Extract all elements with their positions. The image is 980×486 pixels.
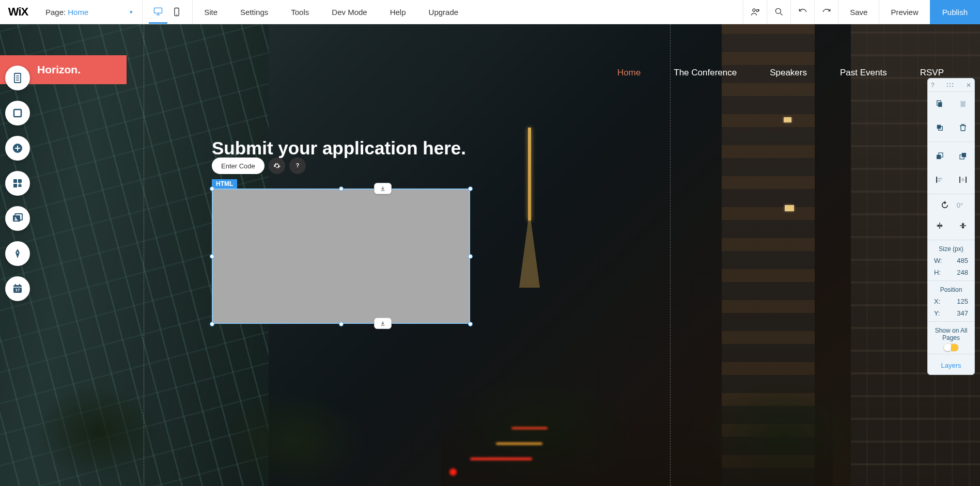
- element-action-bar: Enter Code ?: [212, 158, 306, 174]
- align-left-button[interactable]: [929, 172, 950, 187]
- width-value[interactable]: 485: [953, 257, 968, 264]
- duplicate-icon: [935, 123, 944, 132]
- resize-handle-e[interactable]: [468, 254, 473, 259]
- element-type-label: HTML: [212, 179, 237, 189]
- menu-settings[interactable]: Settings: [229, 0, 279, 24]
- send-backward-button[interactable]: [953, 148, 973, 164]
- resize-handle-w[interactable]: [210, 254, 214, 259]
- layers-link[interactable]: Layers: [928, 356, 974, 369]
- nav-past-events[interactable]: Past Events: [840, 68, 887, 78]
- rotate-button[interactable]: [939, 199, 951, 211]
- paste-button[interactable]: [953, 96, 973, 112]
- stretch-handle-top[interactable]: [374, 183, 392, 194]
- height-value[interactable]: 248: [953, 269, 968, 276]
- nav-conference[interactable]: The Conference: [674, 68, 737, 78]
- pen-icon: [11, 247, 24, 260]
- gear-icon: [273, 162, 281, 170]
- stretch-down-icon: [379, 320, 386, 327]
- svg-rect-43: [961, 100, 964, 102]
- y-label: Y:: [934, 309, 940, 317]
- bring-forward-button[interactable]: [929, 148, 950, 164]
- page-selector[interactable]: Page: Home ▾: [36, 0, 143, 24]
- svg-text:?: ?: [296, 163, 299, 168]
- wix-logo: WiX: [0, 5, 36, 19]
- resize-handle-se[interactable]: [468, 322, 473, 326]
- duplicate-button[interactable]: [929, 120, 950, 135]
- mobile-view-button[interactable]: [167, 0, 186, 24]
- svg-rect-24: [13, 215, 20, 222]
- stretch-down-icon: [379, 185, 386, 192]
- height-label: H:: [934, 269, 941, 276]
- resize-handle-nw[interactable]: [210, 186, 214, 191]
- menu-upgrade[interactable]: Upgrade: [417, 0, 470, 24]
- element-help-button[interactable]: ?: [289, 158, 306, 174]
- nav-rsvp[interactable]: RSVP: [920, 68, 944, 78]
- menu-help[interactable]: Help: [379, 0, 417, 24]
- y-value[interactable]: 347: [953, 309, 968, 317]
- svg-rect-20: [18, 179, 22, 183]
- desktop-icon: [153, 6, 163, 17]
- flip-vertical-button[interactable]: [953, 218, 973, 233]
- resize-handle-sw[interactable]: [210, 322, 214, 326]
- preview-button[interactable]: Preview: [879, 0, 929, 24]
- html-iframe-element[interactable]: [212, 189, 470, 324]
- svg-rect-40: [938, 102, 942, 107]
- panel-drag-handle[interactable]: [946, 83, 954, 88]
- save-button[interactable]: Save: [838, 0, 879, 24]
- collaborators-button[interactable]: [743, 0, 767, 24]
- svg-rect-0: [154, 8, 162, 13]
- x-row: X:125: [928, 295, 974, 307]
- menu-devmode[interactable]: Dev Mode: [320, 0, 378, 24]
- calendar-icon: 17: [11, 283, 24, 295]
- page-heading[interactable]: Submit your application here.: [212, 138, 466, 159]
- enter-code-button[interactable]: Enter Code: [212, 158, 265, 174]
- svg-point-26: [15, 217, 17, 219]
- x-value[interactable]: 125: [953, 297, 968, 305]
- svg-line-10: [780, 13, 782, 15]
- svg-rect-52: [937, 180, 940, 182]
- panel-help-button[interactable]: ?: [931, 82, 935, 89]
- resize-handle-ne[interactable]: [468, 186, 473, 191]
- publish-button[interactable]: Publish: [930, 0, 980, 24]
- svg-point-39: [952, 86, 953, 87]
- panel-close-button[interactable]: ✕: [966, 82, 971, 89]
- bookings-button[interactable]: 17: [5, 276, 30, 301]
- menu-site[interactable]: Site: [193, 0, 229, 24]
- background-button[interactable]: [5, 101, 30, 126]
- svg-point-4: [176, 14, 177, 15]
- top-toolbar: WiX Page: Home ▾ Site Settings Tools Dev…: [0, 0, 980, 24]
- stretch-handle-bottom[interactable]: [374, 318, 392, 329]
- pages-menu-button[interactable]: [5, 66, 30, 90]
- top-right-actions: Save Preview Publish: [743, 0, 980, 24]
- resize-handle-n[interactable]: [339, 186, 344, 191]
- svg-point-6: [756, 9, 758, 11]
- nav-home[interactable]: Home: [617, 68, 641, 78]
- app-market-button[interactable]: [5, 171, 30, 196]
- editor-canvas[interactable]: Home The Conference Speakers Past Events…: [0, 24, 980, 486]
- add-element-button[interactable]: [5, 136, 30, 161]
- svg-point-5: [753, 9, 755, 11]
- desktop-view-button[interactable]: [149, 0, 167, 24]
- delete-button[interactable]: [953, 120, 973, 135]
- undo-button[interactable]: [790, 0, 814, 24]
- flip-horizontal-button[interactable]: [929, 218, 950, 233]
- redo-button[interactable]: [814, 0, 838, 24]
- copy-button[interactable]: [929, 96, 950, 112]
- resize-handle-s[interactable]: [339, 322, 344, 326]
- menu-tools[interactable]: Tools: [279, 0, 320, 24]
- show-all-pages-toggle[interactable]: [943, 343, 959, 352]
- rotate-icon: [940, 200, 950, 210]
- rotation-value: 0°: [957, 201, 963, 209]
- distribute-button[interactable]: [953, 172, 973, 187]
- blog-button[interactable]: [5, 241, 30, 266]
- device-switcher: [143, 0, 193, 24]
- width-row: W:485: [928, 255, 974, 266]
- nav-speakers[interactable]: Speakers: [770, 68, 807, 78]
- svg-point-34: [947, 83, 948, 84]
- paste-icon: [958, 99, 968, 108]
- element-settings-button[interactable]: [269, 158, 285, 174]
- svg-point-27: [17, 252, 19, 254]
- media-button[interactable]: [5, 206, 30, 231]
- zoom-button[interactable]: [767, 0, 790, 24]
- mobile-icon: [172, 7, 182, 17]
